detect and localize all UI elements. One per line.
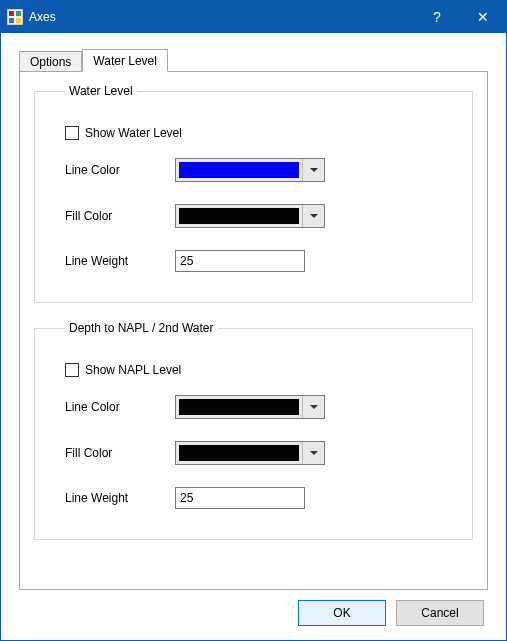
close-button[interactable]: ✕ xyxy=(460,1,506,33)
tabpanel-water-level: Water Level Show Water Level Line Color xyxy=(19,71,488,590)
chevron-down-icon xyxy=(302,159,324,181)
close-icon: ✕ xyxy=(477,9,489,25)
window-title: Axes xyxy=(29,10,56,24)
checkbox-icon xyxy=(65,126,79,140)
napl-line-color-swatch xyxy=(179,399,299,415)
svg-rect-2 xyxy=(16,11,21,16)
napl-line-weight-label: Line Weight xyxy=(65,491,175,505)
napl-line-color-label: Line Color xyxy=(65,400,175,414)
show-napl-level-label: Show NAPL Level xyxy=(85,363,181,377)
show-water-level-checkbox[interactable]: Show Water Level xyxy=(65,126,182,140)
chevron-down-icon xyxy=(302,442,324,464)
svg-rect-1 xyxy=(9,11,14,16)
button-bar: OK Cancel xyxy=(19,590,488,626)
napl-fill-color-label: Fill Color xyxy=(65,446,175,460)
app-icon xyxy=(7,9,23,25)
chevron-down-icon xyxy=(302,396,324,418)
group-water-level: Water Level Show Water Level Line Color xyxy=(34,84,473,303)
titlebar: Axes ? ✕ xyxy=(1,1,506,33)
tab-options[interactable]: Options xyxy=(19,51,82,72)
group-napl: Depth to NAPL / 2nd Water Show NAPL Leve… xyxy=(34,321,473,540)
water-fill-color-swatch xyxy=(179,208,299,224)
checkbox-icon xyxy=(65,363,79,377)
water-line-color-picker[interactable] xyxy=(175,158,325,182)
help-icon: ? xyxy=(433,9,441,25)
group-water-level-legend: Water Level xyxy=(65,84,137,98)
water-fill-color-label: Fill Color xyxy=(65,209,175,223)
tab-water-level[interactable]: Water Level xyxy=(82,49,168,72)
ok-button[interactable]: OK xyxy=(298,600,386,626)
axes-dialog: Axes ? ✕ Options Water Level Water Level… xyxy=(0,0,507,641)
tabstrip: Options Water Level xyxy=(19,47,488,71)
cancel-button[interactable]: Cancel xyxy=(396,600,484,626)
napl-fill-color-picker[interactable] xyxy=(175,441,325,465)
svg-rect-3 xyxy=(9,18,14,23)
napl-fill-color-swatch xyxy=(179,445,299,461)
water-line-weight-label: Line Weight xyxy=(65,254,175,268)
group-napl-legend: Depth to NAPL / 2nd Water xyxy=(65,321,218,335)
help-button[interactable]: ? xyxy=(414,1,460,33)
svg-rect-4 xyxy=(16,18,21,23)
napl-line-weight-input[interactable] xyxy=(175,487,305,509)
napl-line-color-picker[interactable] xyxy=(175,395,325,419)
chevron-down-icon xyxy=(302,205,324,227)
show-water-level-label: Show Water Level xyxy=(85,126,182,140)
water-line-color-swatch xyxy=(179,162,299,178)
show-napl-level-checkbox[interactable]: Show NAPL Level xyxy=(65,363,181,377)
water-line-weight-input[interactable] xyxy=(175,250,305,272)
client-area: Options Water Level Water Level Show Wat… xyxy=(1,33,506,640)
water-fill-color-picker[interactable] xyxy=(175,204,325,228)
water-line-color-label: Line Color xyxy=(65,163,175,177)
